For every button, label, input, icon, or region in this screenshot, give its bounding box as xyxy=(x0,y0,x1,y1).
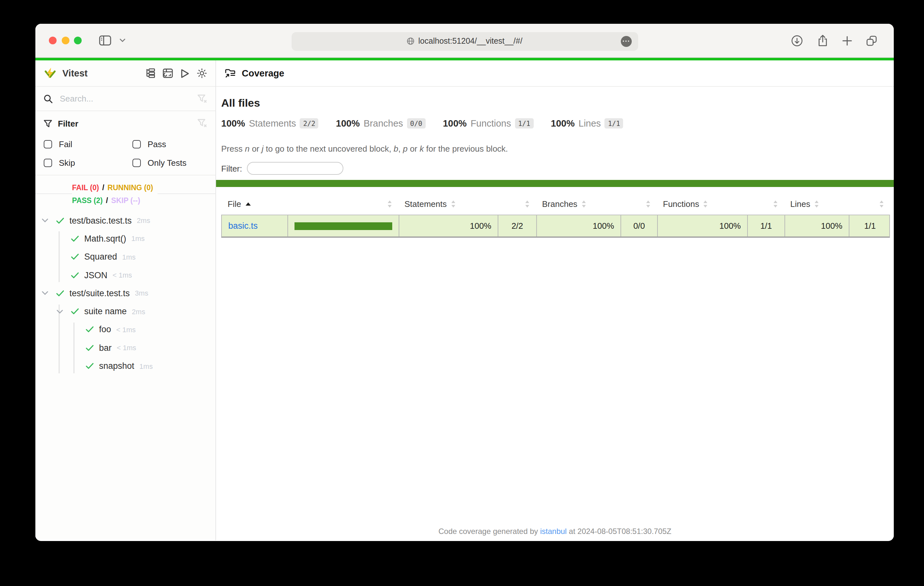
metric-percent-cell: 100% xyxy=(536,215,620,237)
checkbox[interactable] xyxy=(44,159,52,167)
tree-item-squared[interactable]: Squared1ms xyxy=(35,248,215,266)
zoom-window-button[interactable] xyxy=(74,37,82,44)
tabs-overview-icon[interactable] xyxy=(866,35,877,46)
col-header-statements[interactable]: Statements xyxy=(398,193,497,215)
hint-key: b xyxy=(394,144,398,153)
check-icon xyxy=(71,271,79,279)
test-name: Math.sqrt() xyxy=(84,234,126,244)
theme-toggle-icon[interactable] xyxy=(197,68,207,78)
running-count: RUNNING (0) xyxy=(107,184,153,191)
share-icon[interactable] xyxy=(817,35,828,46)
istanbul-link[interactable]: istanbul xyxy=(540,527,567,536)
overall-coverage-bar xyxy=(216,180,894,187)
tree-view-icon[interactable] xyxy=(145,68,156,78)
chevron-down-icon[interactable] xyxy=(120,39,125,43)
summary-ratio-badge: 0/0 xyxy=(407,118,426,128)
filter-option-only-tests[interactable]: Only Tests xyxy=(132,153,207,172)
check-icon xyxy=(86,326,94,334)
col-header-functions-raw[interactable] xyxy=(747,193,784,215)
checkbox[interactable] xyxy=(132,140,140,148)
tree-item-snapshot[interactable]: snapshot1ms xyxy=(35,357,215,375)
filter-options: FailPassSkipOnly Tests xyxy=(44,135,207,172)
checkbox[interactable] xyxy=(132,159,140,167)
check-icon xyxy=(71,307,79,316)
close-window-button[interactable] xyxy=(49,37,56,44)
summary-statements: 100%Statements2/2 xyxy=(221,118,318,128)
test-name: JSON xyxy=(84,270,107,280)
run-all-icon[interactable] xyxy=(180,68,190,78)
checkbox[interactable] xyxy=(44,140,52,148)
test-duration: 3ms xyxy=(135,290,148,297)
check-icon xyxy=(56,216,64,225)
url-text: localhost:51204/__vitest__/#/ xyxy=(418,37,523,46)
globe-icon xyxy=(407,37,414,45)
tree-item-foo[interactable]: foo< 1ms xyxy=(35,321,215,339)
sidebar-toggle-icon[interactable] xyxy=(99,35,111,46)
chevron-down-icon[interactable] xyxy=(42,219,49,222)
col-header-bar[interactable] xyxy=(287,193,398,215)
clear-filter-icon[interactable] xyxy=(197,119,207,128)
summary-percent: 100% xyxy=(336,118,360,128)
chevron-down-icon[interactable] xyxy=(56,309,64,313)
summary-percent: 100% xyxy=(443,118,467,128)
minimize-window-button[interactable] xyxy=(61,37,69,44)
col-header-statements-raw[interactable] xyxy=(497,193,536,215)
filter-option-label: Skip xyxy=(59,158,75,168)
search-input[interactable] xyxy=(58,93,191,104)
tree-item-test-suite-test-ts[interactable]: test/suite.test.ts3ms xyxy=(35,284,215,302)
new-tab-icon[interactable] xyxy=(842,36,852,45)
tree-item-bar[interactable]: bar< 1ms xyxy=(35,339,215,357)
file-coverage-bar xyxy=(294,222,392,230)
coverage-summary: 100%Statements2/2100%Branches0/0100%Func… xyxy=(221,118,894,128)
summary-label: Statements xyxy=(249,118,296,128)
col-header-branches[interactable]: Branches xyxy=(536,193,620,215)
sort-arrows-icon xyxy=(774,201,777,207)
filter-option-fail[interactable]: Fail xyxy=(44,135,132,153)
address-bar[interactable]: localhost:51204/__vitest__/#/ xyxy=(291,32,638,51)
tree-item-test-basic-test-ts[interactable]: test/basic.test.ts2ms xyxy=(35,211,215,230)
filter-funnel-icon xyxy=(44,119,52,128)
download-icon[interactable] xyxy=(791,35,803,46)
file-link[interactable]: basic.ts xyxy=(228,221,258,230)
coverage-filter-input[interactable] xyxy=(247,162,343,175)
filter-header: Filter xyxy=(44,118,207,129)
separator: / xyxy=(106,197,108,204)
report-footer: Code coverage generated by istanbul at 2… xyxy=(216,527,894,536)
test-name: snapshot xyxy=(99,361,134,371)
col-header-file[interactable]: File xyxy=(221,193,287,215)
file-coverage-fill xyxy=(294,222,392,230)
summary-ratio-badge: 1/1 xyxy=(515,118,533,128)
filter-option-label: Only Tests xyxy=(148,158,186,168)
col-header-branches-raw[interactable] xyxy=(620,193,657,215)
summary-ratio-badge: 2/2 xyxy=(300,118,318,128)
file-cell: basic.ts xyxy=(222,215,287,237)
more-icon[interactable] xyxy=(620,36,632,46)
col-header-label: Statements xyxy=(404,199,447,209)
sidebar-toolbar xyxy=(145,68,207,78)
check-icon xyxy=(71,235,79,243)
summary-label: Lines xyxy=(579,118,601,128)
chevron-down-icon[interactable] xyxy=(42,291,49,295)
test-name: Squared xyxy=(84,252,117,262)
tree-item-math-sqrt[interactable]: Math.sqrt()1ms xyxy=(35,230,215,248)
coverage-filter-label: Filter: xyxy=(221,163,242,173)
vitest-app: Vitest xyxy=(35,60,894,540)
main-panel: Coverage All files 100%Statements2/2100%… xyxy=(216,60,894,540)
dashboard-icon[interactable] xyxy=(163,68,173,78)
footer-timestamp: at 2024-08-05T08:51:30.705Z xyxy=(567,527,672,536)
screenshot-stage: localhost:51204/__vitest__/#/ xyxy=(0,0,924,586)
search-icon xyxy=(44,94,53,103)
metric-percent-cell: 100% xyxy=(399,215,498,237)
coverage-row: basic.ts100%2/2100%0/0100%1/1100%1/1 xyxy=(221,215,890,238)
tree-item-suite-name[interactable]: suite name2ms xyxy=(35,302,215,321)
col-header-functions[interactable]: Functions xyxy=(657,193,747,215)
col-header-lines[interactable]: Lines xyxy=(784,193,848,215)
clear-filter-icon[interactable] xyxy=(197,94,207,103)
test-name: test/basic.test.ts xyxy=(69,216,132,225)
summary-functions: 100%Functions1/1 xyxy=(443,118,533,128)
filter-option-skip[interactable]: Skip xyxy=(44,153,132,172)
filter-option-pass[interactable]: Pass xyxy=(132,135,207,153)
col-header-lines-raw[interactable] xyxy=(848,193,890,215)
coverage-report-icon xyxy=(224,68,236,78)
tree-item-json[interactable]: JSON< 1ms xyxy=(35,266,215,284)
